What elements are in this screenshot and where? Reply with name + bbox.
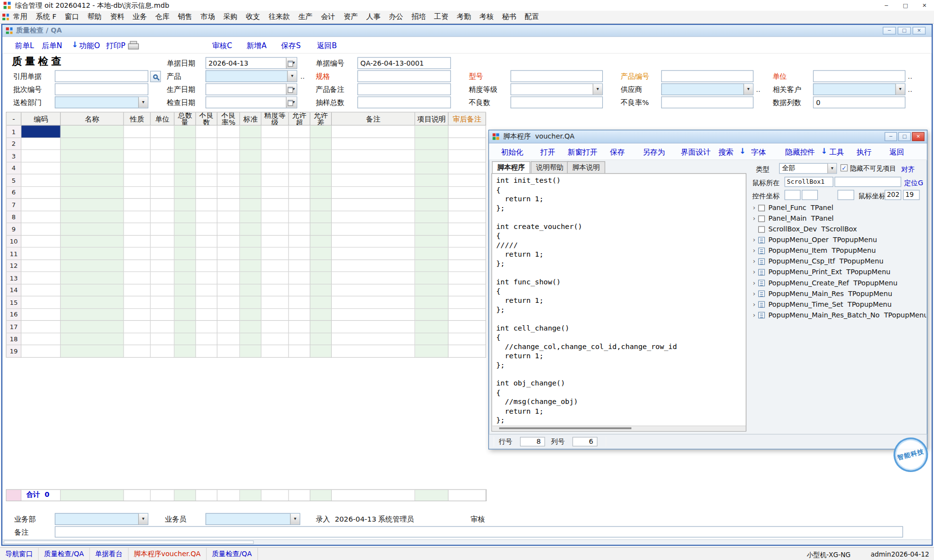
grid-cell[interactable] [151, 138, 175, 150]
grid-cell[interactable] [21, 260, 61, 272]
check-date-dropdown-icon[interactable]: ▾ [286, 97, 297, 108]
salesman-dropdown-icon[interactable]: ▾ [290, 514, 300, 525]
ref-doc-input[interactable] [55, 70, 148, 82]
grid-cell[interactable] [449, 211, 486, 223]
menu-item[interactable]: 销售 [174, 11, 197, 23]
grid-cell[interactable] [415, 223, 449, 235]
grid-cell[interactable] [262, 162, 289, 175]
grid-header-cell[interactable]: - [6, 112, 21, 125]
menu-item[interactable]: 系统 F [32, 11, 61, 23]
grid-cell[interactable] [196, 260, 217, 272]
grid-cell[interactable] [124, 199, 151, 211]
grid-cell[interactable] [175, 284, 196, 297]
grid-cell[interactable] [175, 235, 196, 247]
row-number-cell[interactable]: 10 [6, 235, 21, 247]
taskbar-button[interactable]: 质量检查/QA [39, 548, 90, 560]
grid-cell[interactable] [332, 199, 415, 211]
menu-item[interactable]: 市场 [197, 11, 219, 23]
menu-item[interactable]: 帮助 [83, 11, 106, 23]
grid-cell[interactable] [332, 260, 415, 272]
grid-cell[interactable] [449, 333, 486, 345]
product-no-input[interactable] [661, 70, 754, 82]
printer-icon[interactable] [128, 41, 138, 49]
tree-item[interactable]: ›PopupMenu_Print_Ext TPopupMenu [750, 267, 926, 278]
row-number-cell[interactable]: 8 [6, 211, 21, 223]
chevron-right-icon[interactable]: › [750, 258, 758, 265]
grid-cell[interactable] [289, 272, 310, 284]
grid-cell[interactable] [332, 175, 415, 187]
grid-cell[interactable] [151, 187, 175, 199]
grid-cell[interactable] [262, 235, 289, 247]
qa-restore-icon[interactable]: □ [898, 27, 911, 35]
grid-cell[interactable] [124, 345, 151, 357]
grid-cell[interactable] [175, 162, 196, 175]
grid-cell[interactable] [289, 260, 310, 272]
grid-cell[interactable] [262, 247, 289, 260]
grid-cell[interactable] [61, 247, 124, 260]
menu-item[interactable]: 会计 [317, 11, 340, 23]
grid-cell[interactable] [217, 125, 240, 138]
grid-cell[interactable] [217, 284, 240, 297]
grid-cell[interactable] [240, 297, 261, 309]
doc-date-input[interactable]: 2026-04-13 ▾ [205, 57, 297, 69]
grid-cell[interactable] [124, 150, 151, 162]
grid-cell[interactable] [175, 309, 196, 321]
hide-invisible-checkbox[interactable]: ✓ [841, 164, 848, 172]
grid-cell[interactable] [196, 345, 217, 357]
grid-cell[interactable] [240, 223, 261, 235]
tree-item[interactable]: ›Panel_Main TPanel [750, 213, 926, 224]
grid-cell[interactable] [449, 284, 486, 297]
menu-item[interactable]: 往来款 [264, 11, 294, 23]
grid-cell[interactable] [240, 162, 261, 175]
grid-cell[interactable] [289, 309, 310, 321]
grid-cell[interactable] [151, 150, 175, 162]
grid-header-cell[interactable]: 允许超 [289, 112, 310, 125]
product-note-input[interactable] [358, 83, 451, 95]
grid-cell[interactable] [217, 138, 240, 150]
grid-cell[interactable] [415, 211, 449, 223]
grid-cell[interactable] [217, 223, 240, 235]
taskbar-button[interactable]: 单据看台 [90, 548, 129, 560]
tree-item[interactable]: ›PopupMenu_Create_Ref TPopupMenu [750, 278, 926, 288]
grid-cell[interactable] [196, 138, 217, 150]
grid-cell[interactable] [262, 297, 289, 309]
grid-cell[interactable] [196, 125, 217, 138]
tree-item[interactable]: ›PopupMenu_Time_Set TPopupMenu [750, 299, 926, 310]
menu-item[interactable]: 资料 [106, 11, 129, 23]
script-search-button[interactable]: 搜索 [718, 148, 734, 158]
grid-cell[interactable] [415, 247, 449, 260]
add-button[interactable]: 新增A [247, 41, 267, 51]
chevron-right-icon[interactable]: › [750, 236, 758, 244]
grid-cell[interactable] [124, 175, 151, 187]
row-number-cell[interactable]: 6 [6, 187, 21, 199]
grid-cell[interactable] [151, 260, 175, 272]
grid-cell[interactable] [175, 260, 196, 272]
grid-cell[interactable] [310, 150, 332, 162]
grid-cell[interactable] [196, 150, 217, 162]
grid-cell[interactable] [21, 211, 61, 223]
grid-header-cell[interactable]: 不良数 [196, 112, 217, 125]
grid-cell[interactable] [61, 284, 124, 297]
doc-no-input[interactable]: QA-26-04-13-0001 [358, 57, 451, 69]
grid-cell[interactable] [310, 138, 332, 150]
chevron-right-icon[interactable]: › [750, 300, 758, 308]
ref-doc-search-button[interactable] [150, 71, 161, 82]
grid-cell[interactable] [262, 138, 289, 150]
grid-cell[interactable] [310, 284, 332, 297]
grid-cell[interactable] [151, 175, 175, 187]
grid-cell[interactable] [175, 211, 196, 223]
grid-cell[interactable] [21, 138, 61, 150]
minimize-icon[interactable]: ─ [877, 0, 896, 11]
grid-header-cell[interactable]: 审后备注 [449, 112, 486, 125]
grid-header-cell[interactable]: 允许差 [310, 112, 332, 125]
grid-cell[interactable] [151, 333, 175, 345]
tree-item[interactable]: ›PopupMenu_Main_Res_Batch_No TPopupMenu [750, 310, 926, 320]
grid-cell[interactable] [240, 138, 261, 150]
script-maximize-icon[interactable]: □ [898, 132, 911, 141]
customer-select[interactable]: ▾ [813, 83, 905, 95]
grid-cell[interactable] [61, 345, 124, 357]
grid-cell[interactable] [289, 284, 310, 297]
grid-cell[interactable] [61, 235, 124, 247]
grid-cell[interactable] [124, 297, 151, 309]
grid-cell[interactable] [289, 162, 310, 175]
